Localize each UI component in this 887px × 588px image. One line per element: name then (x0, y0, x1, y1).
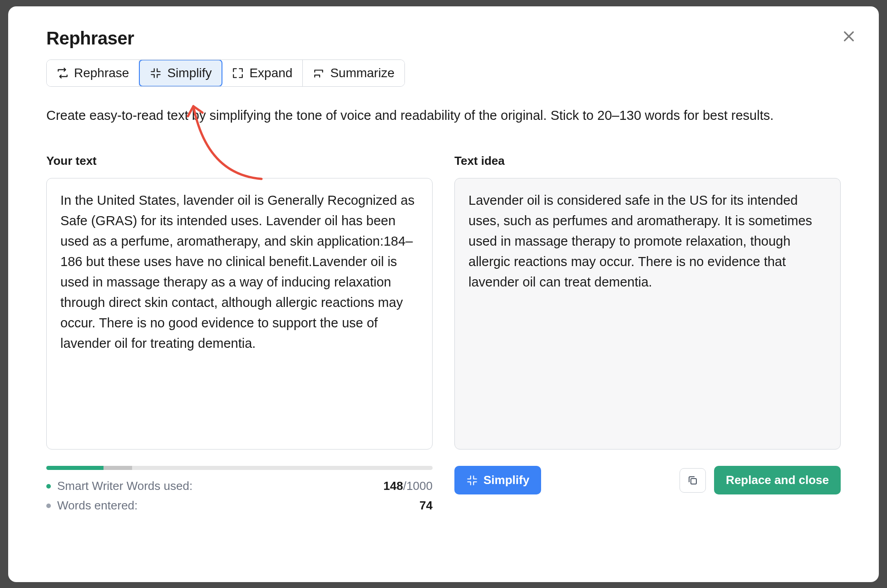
dot-icon (46, 504, 51, 508)
tab-group: Rephrase Simplify Expand Summarize (46, 59, 405, 87)
stat-value: 74 (419, 499, 433, 513)
text-idea-label: Text idea (454, 154, 841, 168)
summarize-icon (313, 67, 325, 79)
button-label: Replace and close (726, 473, 829, 487)
tab-label: Rephrase (74, 66, 129, 80)
rephraser-modal: Rephraser Rephrase Simplify Expand (8, 6, 879, 582)
modal-backdrop: Rephraser Rephrase Simplify Expand (0, 0, 887, 588)
progress-fill-green (46, 466, 103, 470)
columns-container: Your text Smart Writer Words used: 148/1… (46, 154, 841, 515)
description-text: Create easy-to-read text by simplifying … (46, 105, 841, 126)
tab-simplify[interactable]: Simplify (139, 59, 222, 87)
progress-fill-gray (103, 466, 132, 470)
progress-bar (46, 466, 433, 470)
your-text-label: Your text (46, 154, 433, 168)
your-text-input[interactable] (46, 178, 433, 450)
copy-button[interactable] (680, 468, 706, 493)
tab-expand[interactable]: Expand (222, 60, 303, 86)
stat-label-text: Smart Writer Words used: (57, 479, 192, 493)
simplify-icon (150, 67, 162, 79)
tab-rephrase[interactable]: Rephrase (47, 60, 139, 86)
tab-label: Expand (249, 66, 292, 80)
simplify-button[interactable]: Simplify (454, 466, 541, 494)
actions-row: Simplify Replace and close (454, 466, 841, 494)
text-idea-output: Lavender oil is considered safe in the U… (454, 178, 841, 450)
expand-icon (232, 67, 244, 79)
stat-words-entered: Words entered: 74 (46, 496, 433, 515)
modal-title: Rephraser (46, 28, 841, 49)
stats-block: Smart Writer Words used: 148/1000 Words … (46, 476, 433, 515)
text-idea-column: Text idea Lavender oil is considered saf… (454, 154, 841, 515)
dot-icon (46, 484, 51, 489)
copy-icon (687, 475, 698, 486)
tab-label: Simplify (167, 66, 212, 80)
tab-summarize[interactable]: Summarize (303, 60, 404, 86)
rephrase-icon (57, 67, 69, 79)
stat-value: 148/1000 (384, 479, 433, 493)
button-label: Simplify (483, 473, 529, 487)
close-icon (842, 29, 856, 44)
replace-and-close-button[interactable]: Replace and close (714, 466, 841, 494)
close-button[interactable] (838, 25, 860, 47)
svg-rect-0 (691, 479, 696, 484)
your-text-column: Your text Smart Writer Words used: 148/1… (46, 154, 433, 515)
stat-words-used: Smart Writer Words used: 148/1000 (46, 476, 433, 496)
tab-label: Summarize (330, 66, 394, 80)
stat-label-text: Words entered: (57, 499, 138, 513)
simplify-icon (466, 474, 478, 486)
